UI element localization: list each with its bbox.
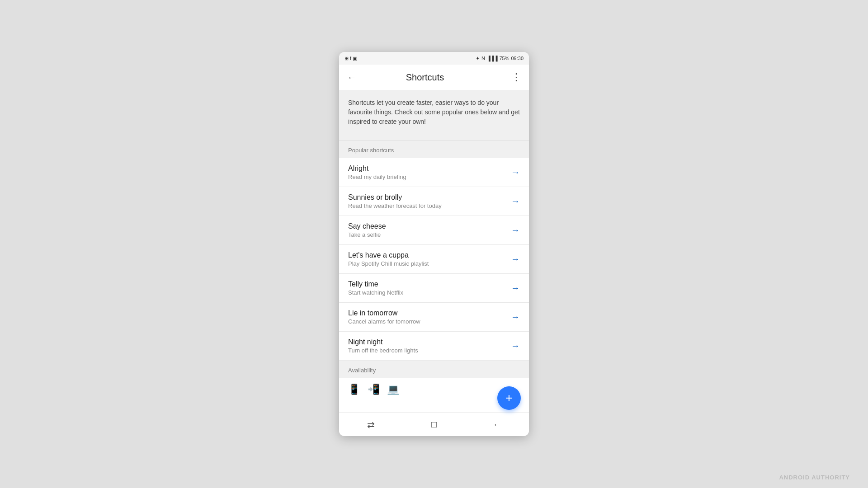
shortcut-item-text: Sunnies or brolly Read the weather forec…: [348, 193, 507, 209]
shortcut-list-item[interactable]: Alright Read my daily briefing →: [339, 158, 529, 187]
shortcut-list-item[interactable]: Telly time Start watching Netflix →: [339, 274, 529, 303]
back-nav-icon: ←: [493, 419, 502, 430]
shortcut-arrow-icon: →: [511, 254, 520, 264]
shortcut-arrow-icon: →: [511, 196, 520, 206]
clock: 09:30: [511, 56, 524, 61]
shortcut-arrow-icon: →: [511, 341, 520, 351]
bluetooth-icon: ✦: [476, 56, 480, 61]
shortcut-title: Let's have a cuppa: [348, 251, 507, 259]
shortcut-title: Lie in tomorrow: [348, 309, 507, 317]
shortcut-list-item[interactable]: Lie in tomorrow Cancel alarms for tomorr…: [339, 303, 529, 332]
status-icons: ⊞ f ▣: [344, 56, 357, 61]
desktop-icon: 💻: [387, 384, 399, 395]
info-text: Shortcuts let you create faster, easier …: [348, 99, 520, 125]
shortcut-arrow-icon: →: [511, 225, 520, 235]
shortcut-subtitle: Read my daily briefing: [348, 174, 507, 180]
shortcut-title: Say cheese: [348, 222, 507, 230]
signal-icon: ▐▐▐: [487, 56, 497, 61]
shortcut-arrow-icon: →: [511, 283, 520, 293]
recent-apps-icon: ⇄: [367, 419, 375, 430]
recent-apps-button[interactable]: ⇄: [339, 419, 402, 430]
shortcut-subtitle: Play Spotify Chill music playlist: [348, 260, 507, 267]
shortcut-item-text: Say cheese Take a selfie: [348, 222, 507, 238]
status-right: ✦ N ▐▐▐ 75% 09:30: [476, 56, 524, 61]
shortcut-subtitle: Take a selfie: [348, 231, 507, 238]
tablet-icon: 📲: [368, 384, 380, 395]
phone-icon: 📱: [348, 384, 360, 395]
shortcut-item-text: Telly time Start watching Netflix: [348, 280, 507, 296]
shortcut-arrow-icon: →: [511, 312, 520, 322]
battery-level: 75%: [499, 56, 509, 61]
app-bar: ← Shortcuts ⋮: [339, 65, 529, 90]
watermark: ANDROID AUTHORITY: [779, 474, 850, 481]
shortcuts-list: Alright Read my daily briefing → Sunnies…: [339, 158, 529, 361]
network-icon: N: [481, 56, 485, 61]
shortcut-title: Night night: [348, 338, 507, 346]
bottom-navigation: ⇄ □ ←: [339, 413, 529, 436]
more-options-button[interactable]: ⋮: [507, 68, 525, 86]
section-header-popular: Popular shortcuts: [339, 140, 529, 158]
shortcut-subtitle: Read the weather forecast for today: [348, 202, 507, 209]
back-nav-button[interactable]: ←: [466, 419, 529, 430]
shortcut-subtitle: Start watching Netflix: [348, 289, 507, 296]
add-shortcut-fab[interactable]: +: [497, 386, 521, 410]
availability-section-header: Availability: [339, 361, 529, 378]
shortcut-list-item[interactable]: Let's have a cuppa Play Spotify Chill mu…: [339, 245, 529, 274]
home-icon: □: [431, 419, 437, 430]
scroll-content: Shortcuts let you create faster, easier …: [339, 90, 529, 413]
info-box: Shortcuts let you create faster, easier …: [339, 90, 529, 140]
status-left: ⊞ f ▣: [344, 56, 357, 61]
shortcut-title: Sunnies or brolly: [348, 193, 507, 202]
shortcut-item-text: Alright Read my daily briefing: [348, 164, 507, 180]
status-bar: ⊞ f ▣ ✦ N ▐▐▐ 75% 09:30: [339, 52, 529, 65]
back-button[interactable]: ←: [343, 68, 361, 86]
section-label-popular: Popular shortcuts: [348, 147, 394, 154]
shortcut-item-text: Lie in tomorrow Cancel alarms for tomorr…: [348, 309, 507, 325]
shortcut-list-item[interactable]: Night night Turn off the bedroom lights …: [339, 332, 529, 361]
shortcut-title: Alright: [348, 164, 507, 173]
shortcut-arrow-icon: →: [511, 167, 520, 178]
home-button[interactable]: □: [402, 419, 466, 430]
availability-label: Availability: [348, 367, 376, 374]
shortcut-subtitle: Turn off the bedroom lights: [348, 347, 507, 354]
shortcut-list-item[interactable]: Say cheese Take a selfie →: [339, 216, 529, 245]
page-title: Shortcuts: [361, 72, 489, 83]
shortcut-list-item[interactable]: Sunnies or brolly Read the weather forec…: [339, 187, 529, 216]
shortcut-item-text: Night night Turn off the bedroom lights: [348, 338, 507, 354]
shortcut-title: Telly time: [348, 280, 507, 288]
shortcut-item-text: Let's have a cuppa Play Spotify Chill mu…: [348, 251, 507, 267]
shortcut-subtitle: Cancel alarms for tomorrow: [348, 318, 507, 325]
